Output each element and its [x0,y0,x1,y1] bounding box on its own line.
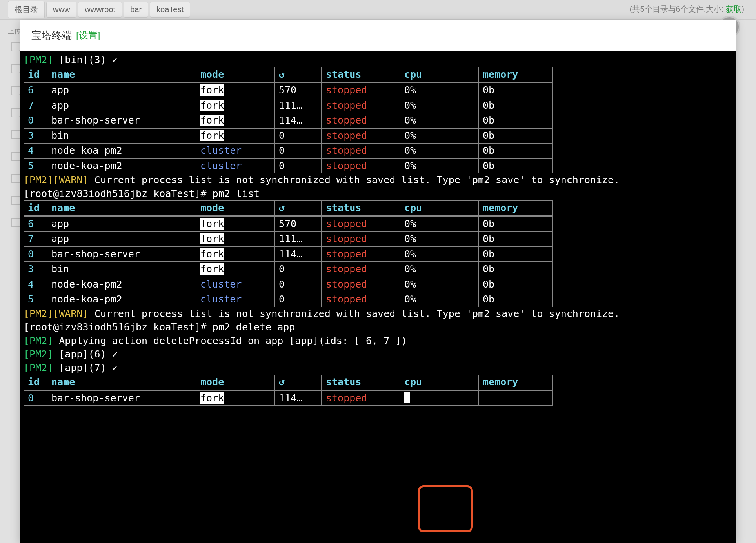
col-mode: mode [196,375,274,390]
col-name: name [47,200,196,216]
col-memory: memory [478,200,553,216]
process-row: 4node-koa-pm2cluster0stopped0%0b [24,143,553,159]
process-row: 0bar-shop-serverfork114…stopped0%0b [24,113,553,128]
modal-title: 宝塔终端 [31,29,72,42]
col-mode: mode [196,67,274,82]
col-id: id [24,375,47,390]
modal-header: 宝塔终端 [设置] [20,20,736,51]
col-restarts: ↺ [274,375,322,390]
process-row: 4node-koa-pm2cluster0stopped0%0b [24,277,553,292]
terminal-modal: 宝塔终端 [设置] [PM2] [bin](3) ✓ idnamemode↺st… [20,20,736,543]
pm2-table: idnamemode↺statuscpumemory6appfork570sto… [24,67,553,174]
col-restarts: ↺ [274,67,322,82]
col-cpu: cpu [400,200,478,216]
terminal-cursor [404,392,410,403]
col-memory: memory [478,375,553,390]
terminal-body[interactable]: [PM2] [bin](3) ✓ idnamemode↺statuscpumem… [20,51,736,543]
col-status: status [322,67,400,82]
process-row: 5node-koa-pm2cluster0stopped0%0b [24,159,553,174]
process-row: 6appfork570stopped0%0b [24,217,553,232]
col-id: id [24,67,47,82]
pm2-table: idnamemode↺statuscpumemory0bar-shop-serv… [24,375,553,406]
col-cpu: cpu [400,67,478,82]
col-name: name [47,375,196,390]
process-row: 7appfork111…stopped0%0b [24,98,553,113]
process-row: 6appfork570stopped0%0b [24,83,553,98]
col-restarts: ↺ [274,200,322,216]
pm2-table: idnamemode↺statuscpumemory6appfork570sto… [24,200,553,307]
process-row: 7appfork111…stopped0%0b [24,231,553,247]
col-mode: mode [196,200,274,216]
settings-link[interactable]: [设置] [76,29,100,42]
process-row: 3binfork0stopped0%0b [24,262,553,277]
col-memory: memory [478,67,553,82]
col-id: id [24,200,47,216]
col-status: status [322,375,400,390]
col-name: name [47,67,196,82]
process-row: 0bar-shop-serverfork114…stopped0%0b [24,247,553,262]
process-row: 0bar-shop-serverfork114…stopped [24,391,553,406]
col-status: status [322,200,400,216]
process-row: 5node-koa-pm2cluster0stopped0%0b [24,292,553,307]
col-cpu: cpu [400,375,478,390]
process-row: 3binfork0stopped0%0b [24,128,553,144]
